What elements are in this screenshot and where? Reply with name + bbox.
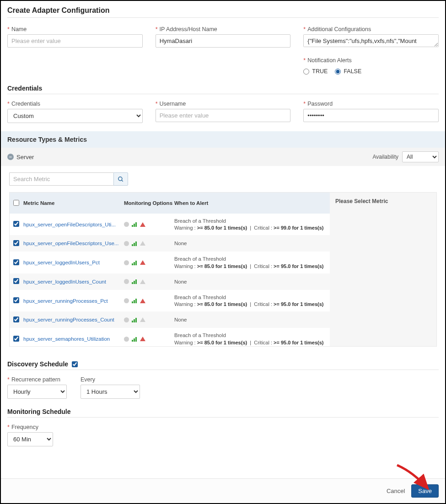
svg-point-0 [118, 177, 122, 180]
table-row: hpux_server_semaphores_UtilizationBreach… [10, 328, 330, 346]
alert-text: Breach of a ThresholdWarning : >= 85.0 f… [174, 255, 330, 269]
alert-icon[interactable] [140, 337, 145, 341]
save-button[interactable]: Save [411, 484, 439, 498]
status-icon[interactable] [124, 222, 129, 227]
status-icon[interactable] [124, 241, 129, 246]
recurrence-label: *Recurrence pattern [7, 376, 67, 383]
credentials-section: Credentials [7, 85, 439, 94]
alert-icon[interactable] [140, 279, 145, 284]
row-checkbox[interactable] [13, 316, 19, 322]
row-checkbox[interactable] [13, 278, 19, 284]
resource-panel-header: Resource Types & Metrics [1, 131, 445, 148]
server-label: Server [16, 154, 34, 161]
alert-icon[interactable] [140, 222, 145, 227]
pass-input[interactable] [303, 109, 439, 122]
recurrence-select[interactable]: Hourly [7, 385, 67, 399]
status-icon[interactable] [124, 260, 129, 265]
metric-name-link[interactable]: hpux_server_openFileDescriptors_Uti... [23, 222, 124, 227]
collapse-icon[interactable]: − [7, 154, 14, 160]
search-icon [118, 176, 124, 182]
frequency-label: *Frequency [7, 424, 53, 430]
status-icon[interactable] [124, 279, 129, 284]
metric-name-link[interactable]: hpux_server_runningProcesses_Count [23, 317, 124, 322]
cancel-button[interactable]: Cancel [387, 488, 405, 494]
notif-false-label: FALSE [344, 68, 361, 75]
row-checkbox[interactable] [13, 259, 19, 265]
table-row: hpux_server_runningProcesses_PctBreach o… [10, 290, 330, 311]
every-select[interactable]: 1 Hours [81, 385, 140, 399]
user-input[interactable] [156, 109, 291, 122]
status-icon[interactable] [124, 298, 129, 303]
search-metric-input[interactable] [9, 172, 113, 186]
table-row: hpux_server_loggedInUsers_CountNone [10, 273, 330, 290]
name-label: *Name [7, 26, 143, 32]
pass-label: *Password [303, 101, 439, 107]
metric-name-link[interactable]: hpux_server_semaphores_Utilization [23, 336, 124, 342]
discovery-title: Discovery Schedule [7, 360, 68, 368]
metric-name-link[interactable]: hpux_server_loggedInUsers_Count [23, 279, 124, 284]
row-checkbox[interactable] [13, 240, 19, 246]
cred-select[interactable]: Custom [7, 109, 143, 123]
availability-label: Availability [373, 154, 398, 160]
notif-false-radio[interactable] [335, 69, 341, 75]
metric-name-link[interactable]: hpux_server_runningProcesses_Pct [23, 298, 124, 304]
addl-input[interactable]: {"File Systems":"ufs,hpfs,vxfs,nfs","Mou… [303, 34, 439, 47]
alert-icon[interactable] [140, 241, 145, 246]
metric-name-link[interactable]: hpux_server_loggedInUsers_Pct [23, 260, 124, 265]
availability-select[interactable]: All [402, 151, 439, 162]
alert-icon[interactable] [140, 317, 145, 322]
row-checkbox[interactable] [13, 297, 19, 303]
name-input[interactable] [7, 34, 143, 48]
status-icon[interactable] [124, 317, 129, 322]
alert-text: Breach of a ThresholdWarning : >= 85.0 f… [174, 294, 330, 308]
alert-text: Breach of a ThresholdWarning : >= 85.0 f… [174, 217, 330, 231]
col-when-to-alert: When to Alert [174, 200, 330, 206]
select-all-checkbox[interactable] [13, 200, 19, 206]
graph-icon[interactable] [132, 337, 137, 342]
alert-text: None [174, 240, 330, 247]
graph-icon[interactable] [132, 260, 137, 265]
cred-label: *Credentials [7, 101, 143, 107]
table-row: hpux_server_openFileDescriptors_Use...No… [10, 235, 330, 252]
monitoring-title: Monitoring Schedule [7, 408, 439, 418]
col-metric-name: Metric Name [23, 200, 124, 206]
page-title: Create Adapter Configuration [7, 6, 439, 18]
svg-line-1 [122, 180, 123, 181]
frequency-select[interactable]: 60 Min [7, 432, 53, 446]
graph-icon[interactable] [132, 279, 137, 284]
graph-icon[interactable] [132, 241, 137, 246]
metric-detail-panel: Please Select Metric [330, 193, 436, 346]
discovery-checkbox[interactable] [72, 361, 78, 367]
status-icon[interactable] [124, 337, 129, 342]
ip-input[interactable] [156, 34, 291, 48]
table-row: hpux_server_openFileDescriptors_Uti...Br… [10, 214, 330, 235]
graph-icon[interactable] [132, 298, 137, 303]
col-monitoring-options: Monitoring Options [124, 200, 174, 206]
graph-icon[interactable] [132, 317, 137, 322]
search-button[interactable] [113, 172, 128, 186]
graph-icon[interactable] [132, 222, 137, 227]
alert-text: Breach of a ThresholdWarning : >= 85.0 f… [174, 332, 330, 346]
user-label: *Username [156, 101, 291, 107]
alert-icon[interactable] [140, 299, 145, 303]
table-row: hpux_server_runningProcesses_CountNone [10, 311, 330, 328]
alert-text: None [174, 316, 330, 323]
alert-text: None [174, 278, 330, 285]
notif-true-radio[interactable] [303, 69, 309, 75]
every-label: Every [81, 376, 140, 383]
row-checkbox[interactable] [13, 336, 19, 342]
notif-true-label: TRUE [312, 68, 328, 75]
metric-name-link[interactable]: hpux_server_openFileDescriptors_Use... [23, 241, 124, 246]
table-row: hpux_server_loggedInUsers_PctBreach of a… [10, 252, 330, 273]
row-checkbox[interactable] [13, 221, 19, 227]
addl-label: *Additional Configurations [303, 26, 439, 32]
notif-label: *Notification Alerts [303, 57, 439, 64]
alert-icon[interactable] [140, 260, 145, 265]
ip-label: *IP Address/Host Name [156, 26, 291, 32]
